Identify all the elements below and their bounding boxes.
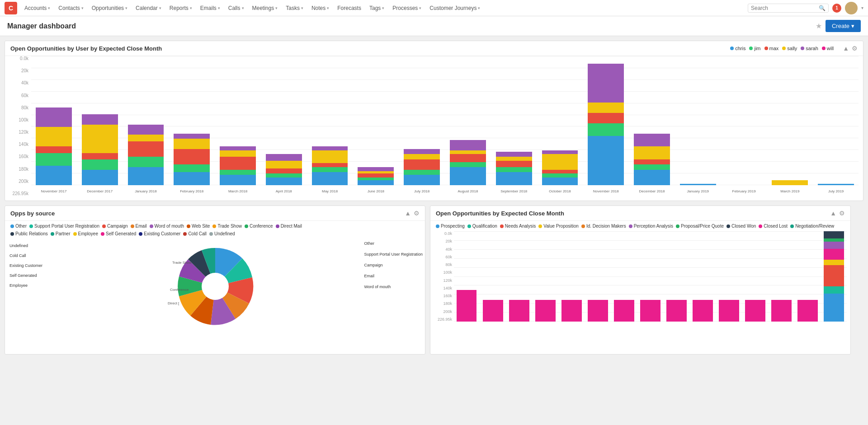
user-avatar[interactable] <box>845 2 858 14</box>
chart-opps-by-source: Opps by source ▲ ⚙ Other Support Portal … <box>5 205 425 355</box>
search-input[interactable] <box>751 5 819 11</box>
favorite-icon[interactable]: ★ <box>816 22 822 30</box>
bar-segment <box>404 175 440 185</box>
svg-text:Trade Show: Trade Show <box>172 261 192 265</box>
bar-segment <box>36 107 72 127</box>
bar-segment <box>561 300 582 322</box>
bar-segment <box>266 177 302 185</box>
nav-emails[interactable]: Emails ▾ <box>197 2 224 14</box>
bar-segment <box>312 146 348 150</box>
nav-processes[interactable]: Processes ▾ <box>389 2 425 14</box>
search-icon: 🔍 <box>819 5 826 11</box>
legend-sarah: sarah <box>801 46 818 51</box>
collapse-icon[interactable]: ▲ <box>405 210 411 217</box>
bar-group: March 2018 <box>215 56 260 185</box>
bar-segment <box>404 159 440 170</box>
chart1-area: 226.95k 200k 180k 160k 140k 120k 100k 80… <box>9 56 859 196</box>
bar-segment <box>457 290 477 322</box>
nav-meetings[interactable]: Meetings ▾ <box>249 2 282 14</box>
bar-segment <box>496 167 532 172</box>
bar-segment <box>174 139 210 149</box>
bar-segment <box>666 300 687 322</box>
svg-text:Conference: Conference <box>170 288 189 292</box>
nav-items: Accounts ▾ Contacts ▾ Opportunities ▾ Ca… <box>21 2 748 14</box>
bar-segment <box>542 170 578 174</box>
bar-segment <box>542 173 578 177</box>
legend-undefined: Undefined <box>209 231 235 236</box>
bar-group <box>611 231 637 322</box>
bar-group <box>454 231 479 322</box>
bar-group: December 2018 <box>629 56 675 185</box>
bar-label: May 2018 <box>322 189 338 193</box>
settings-icon[interactable]: ⚙ <box>414 210 420 217</box>
bar-segment <box>542 150 578 154</box>
bar-segment <box>483 300 503 322</box>
nav-reports[interactable]: Reports ▾ <box>166 2 196 14</box>
bar-label: September 2018 <box>500 189 527 193</box>
bar-segment <box>266 161 302 168</box>
settings-icon[interactable]: ⚙ <box>839 210 845 217</box>
app-logo: C <box>5 2 17 14</box>
pie-svg: Trade Show Conference Direct [ <box>156 241 274 332</box>
top-navigation: C Accounts ▾ Contacts ▾ Opportunities ▾ … <box>0 0 868 16</box>
bar-label: November 2017 <box>41 189 66 193</box>
search-box[interactable]: 🔍 <box>748 4 829 13</box>
nav-tags[interactable]: Tags ▾ <box>366 2 388 14</box>
bar-group <box>585 231 610 322</box>
bar-group: February 2019 <box>722 56 767 185</box>
nav-accounts[interactable]: Accounts ▾ <box>21 2 54 14</box>
nav-contacts[interactable]: Contacts ▾ <box>55 2 87 14</box>
nav-opportunities[interactable]: Opportunities ▾ <box>88 2 131 14</box>
bar-segment <box>588 113 624 123</box>
chart1-bars: November 2017December 2017January 2018Fe… <box>31 56 859 185</box>
pie-chart-area: Undefined Cold Call Existing Customer Se… <box>5 239 425 334</box>
bar-group: February 2018 <box>169 56 214 185</box>
chart1-header: Open Opportunities by User by Expected C… <box>5 41 863 56</box>
legend-campaign: Campaign <box>102 224 128 229</box>
bar-group: January 2019 <box>675 56 721 185</box>
bar-segment <box>824 260 844 266</box>
collapse-icon[interactable]: ▲ <box>843 45 849 52</box>
bar-segment <box>824 238 844 242</box>
nav-forecasts[interactable]: Forecasts <box>334 2 365 14</box>
legend-tradeshow: Trade Show <box>212 224 242 229</box>
bar-segment <box>82 114 118 125</box>
chart2-legend-row1: Other Support Portal User Registration C… <box>5 221 425 231</box>
nav-customer-journeys[interactable]: Customer Journeys ▾ <box>426 2 484 14</box>
bar-segment <box>174 164 210 172</box>
chart3-inner <box>454 231 847 322</box>
chart3-controls: ▲ ⚙ <box>830 210 845 217</box>
bar-segment <box>588 64 624 103</box>
bar-segment <box>36 146 72 153</box>
bar-segment <box>818 184 854 185</box>
bar-group <box>769 231 794 322</box>
collapse-icon[interactable]: ▲ <box>830 210 836 217</box>
nav-notes[interactable]: Notes ▾ <box>308 2 333 14</box>
bar-label: August 2018 <box>458 189 478 193</box>
header-actions: ★ Create ▾ <box>816 20 861 32</box>
create-button[interactable]: Create ▾ <box>826 20 861 32</box>
chart-opps-by-month: Open Opportunities by Expected Close Mon… <box>430 205 851 355</box>
notification-badge[interactable]: 1 <box>832 4 841 13</box>
nav-calls[interactable]: Calls ▾ <box>225 2 248 14</box>
chart-opps-by-source-col: Opps by source ▲ ⚙ Other Support Portal … <box>5 205 425 359</box>
bar-label: July 2019 <box>828 189 844 193</box>
bar-group: March 2019 <box>768 56 813 185</box>
bar-segment <box>312 172 348 185</box>
pie-labels-left: Undefined Cold Call Existing Customer Se… <box>9 239 42 288</box>
bar-label: October 2018 <box>549 189 571 193</box>
bar-group: September 2018 <box>491 56 537 185</box>
bar-label: January 2019 <box>687 189 709 193</box>
bar-segment <box>588 103 624 113</box>
nav-calendar[interactable]: Calendar ▾ <box>132 2 165 14</box>
bar-label: November 2018 <box>593 189 619 193</box>
bar-segment <box>824 286 844 294</box>
bar-segment <box>82 159 118 170</box>
bar-group <box>690 231 716 322</box>
bar-segment <box>220 175 256 185</box>
bar-segment <box>693 300 713 322</box>
settings-icon[interactable]: ⚙ <box>852 45 858 52</box>
svg-point-0 <box>202 273 229 300</box>
bar-label: March 2018 <box>228 189 247 193</box>
nav-tasks[interactable]: Tasks ▾ <box>282 2 307 14</box>
